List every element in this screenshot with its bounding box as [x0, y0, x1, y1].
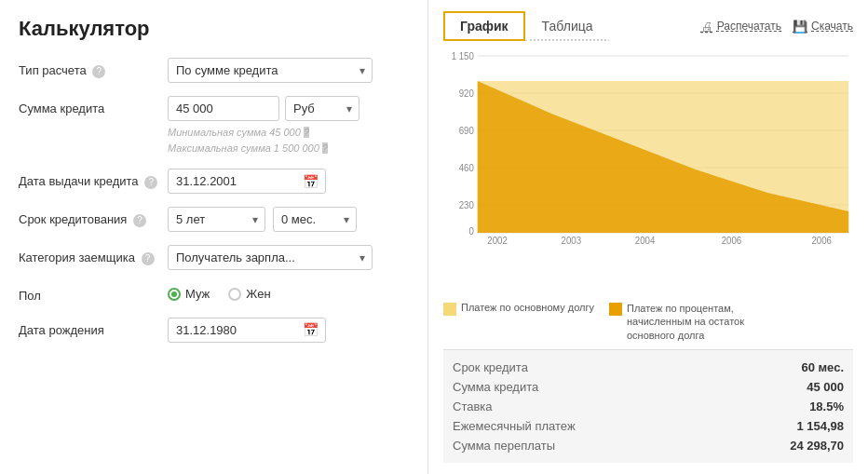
tab-table[interactable]: Таблица [525, 11, 610, 41]
gender-female-label[interactable]: Жен [228, 287, 270, 301]
category-help-icon[interactable]: ? [142, 252, 155, 265]
summary-row-3: Ежемесячный платеж 1 154,98 [453, 416, 844, 436]
issue-date-row: Дата выдачи кредита ? 📅 [19, 169, 409, 194]
chart-legend: Платеж по основному долгу Платеж по проц… [443, 302, 853, 342]
months-select[interactable]: 0 мес. 1 мес. 2 мес. 3 мес. 4 мес. 5 мес… [273, 207, 357, 232]
currency-select[interactable]: Руб USD EUR [285, 96, 359, 121]
print-button[interactable]: 🖨 Распечатать [701, 20, 781, 34]
legend-interest-color [609, 303, 622, 316]
summary-value-4: 24 298,70 [790, 439, 844, 453]
dob-wrapper: 📅 [168, 318, 326, 343]
period-control: 1 лет 2 лет 3 лет 4 лет 5 лет 6 лет 7 ле… [168, 207, 409, 232]
svg-text:2003: 2003 [562, 236, 582, 244]
hint-max: Максимальная сумма 1 500 000 ? [168, 141, 409, 156]
tab-graph[interactable]: График [443, 11, 525, 41]
legend-base-color [443, 303, 456, 316]
period-row: Срок кредитования ? 1 лет 2 лет 3 лет 4 … [19, 207, 409, 232]
left-panel: Калькулятор Тип расчета ? По сумме креди… [0, 0, 428, 474]
amount-row: Руб USD EUR [168, 96, 409, 121]
calc-type-control: По сумме кредита [168, 58, 409, 83]
category-row: Категория заемщика ? Получатель зарпла..… [19, 245, 409, 270]
summary-label-1: Сумма кредита [453, 380, 538, 394]
loan-amount-label: Сумма кредита [19, 96, 168, 117]
issue-date-input[interactable] [168, 169, 326, 194]
gender-options: Муж Жен [168, 283, 409, 301]
chart-svg: 1 150 920 690 460 230 0 2002 2003 2004 2… [443, 48, 853, 244]
summary-label-3: Ежемесячный платеж [453, 419, 576, 433]
months-select-wrapper: 0 мес. 1 мес. 2 мес. 3 мес. 4 мес. 5 мес… [273, 207, 357, 232]
svg-text:2006: 2006 [722, 236, 742, 244]
svg-text:0: 0 [469, 226, 475, 237]
gender-male-radio[interactable] [168, 288, 181, 301]
svg-text:230: 230 [459, 200, 475, 210]
gender-male-label[interactable]: Муж [168, 287, 210, 301]
calc-type-help-icon[interactable]: ? [92, 65, 105, 78]
period-label: Срок кредитования ? [19, 207, 168, 228]
gender-control: Муж Жен [168, 283, 409, 301]
category-label: Категория заемщика ? [19, 245, 168, 266]
loan-amount-input[interactable] [168, 96, 279, 121]
currency-select-wrapper: Руб USD EUR [285, 96, 359, 121]
download-icon: 💾 [793, 20, 807, 34]
legend-base-label: Платеж по основному долгу [461, 302, 594, 313]
period-selects: 1 лет 2 лет 3 лет 4 лет 5 лет 6 лет 7 ле… [168, 207, 409, 232]
category-select[interactable]: Получатель зарпла... Другое [168, 245, 373, 270]
hint-min: Минимальная сумма 45 000 ? [168, 125, 409, 141]
calc-type-select[interactable]: По сумме кредита [168, 58, 373, 83]
calc-type-label: Тип расчета ? [19, 58, 168, 79]
right-panel: График Таблица 🖨 Распечатать 💾 Скачать 1… [428, 0, 868, 474]
summary-row-1: Сумма кредита 45 000 [453, 377, 844, 397]
chart-container: 1 150 920 690 460 230 0 2002 2003 2004 2… [443, 48, 853, 296]
loan-amount-control: Руб USD EUR Минимальная сумма 45 000 ? М… [168, 96, 409, 156]
calc-type-select-wrapper: По сумме кредита [168, 58, 373, 83]
svg-text:460: 460 [459, 163, 475, 173]
summary-row-0: Срок кредита 60 мес. [453, 358, 844, 377]
summary-value-1: 45 000 [807, 380, 844, 394]
issue-date-label: Дата выдачи кредита ? [19, 169, 168, 190]
gender-row: Пол Муж Жен [19, 283, 409, 305]
tab-actions: 🖨 Распечатать 💾 Скачать [701, 20, 853, 34]
gender-label: Пол [19, 283, 168, 305]
dob-control: 📅 [168, 318, 409, 343]
category-select-wrapper: Получатель зарпла... Другое [168, 245, 373, 270]
years-select-wrapper: 1 лет 2 лет 3 лет 4 лет 5 лет 6 лет 7 ле… [168, 207, 265, 232]
gender-female-text: Жен [246, 287, 270, 301]
svg-text:2002: 2002 [487, 236, 508, 244]
issue-date-help-icon[interactable]: ? [144, 176, 157, 189]
summary-value-0: 60 мес. [801, 360, 844, 374]
summary-value-2: 18.5% [809, 400, 844, 413]
summary-label-4: Сумма переплаты [453, 439, 555, 453]
dob-row: Дата рождения 📅 [19, 318, 409, 343]
summary-label-0: Срок кредита [453, 360, 528, 374]
download-button[interactable]: 💾 Скачать [793, 20, 853, 34]
calc-type-row: Тип расчета ? По сумме кредита [19, 58, 409, 83]
period-help-icon[interactable]: ? [133, 214, 146, 227]
summary-value-3: 1 154,98 [796, 419, 844, 433]
legend-interest: Платеж по процентам, начисленным на оста… [609, 302, 794, 342]
gender-male-text: Муж [185, 287, 210, 301]
hint-min-icon[interactable]: ? [304, 127, 309, 138]
issue-date-control: 📅 [168, 169, 409, 194]
loan-amount-row: Сумма кредита Руб USD EUR Минимальная су… [19, 96, 409, 156]
summary-table: Срок кредита 60 мес. Сумма кредита 45 00… [443, 349, 853, 463]
print-icon: 🖨 [701, 20, 713, 34]
legend-base: Платеж по основному долгу [443, 302, 594, 342]
dob-input[interactable] [168, 318, 326, 343]
svg-text:2006: 2006 [811, 236, 832, 244]
svg-text:2004: 2004 [635, 236, 656, 244]
hint-max-icon[interactable]: ? [322, 142, 328, 154]
legend-interest-label: Платеж по процентам, начисленным на оста… [627, 302, 794, 342]
svg-text:920: 920 [459, 88, 475, 99]
years-select[interactable]: 1 лет 2 лет 3 лет 4 лет 5 лет 6 лет 7 ле… [168, 207, 265, 232]
dob-label: Дата рождения [19, 318, 168, 339]
amount-hints: Минимальная сумма 45 000 ? Максимальная … [168, 125, 409, 156]
category-control: Получатель зарпла... Другое [168, 245, 409, 270]
tabs-row: График Таблица 🖨 Распечатать 💾 Скачать [443, 11, 853, 41]
svg-text:690: 690 [459, 126, 475, 136]
svg-text:1 150: 1 150 [452, 51, 475, 61]
page-title: Калькулятор [19, 17, 409, 41]
gender-female-radio[interactable] [228, 288, 241, 301]
issue-date-wrapper: 📅 [168, 169, 326, 194]
summary-label-2: Ставка [453, 400, 493, 413]
summary-row-2: Ставка 18.5% [453, 397, 844, 416]
